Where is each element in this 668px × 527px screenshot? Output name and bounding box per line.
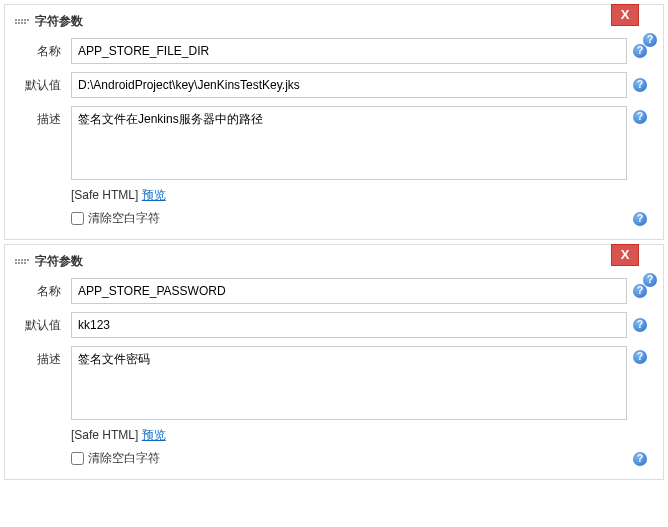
- help-icon[interactable]: ?: [633, 350, 647, 364]
- trim-label: 清除空白字符: [88, 450, 160, 467]
- trim-checkbox[interactable]: [71, 452, 84, 465]
- preview-link[interactable]: 预览: [142, 188, 166, 202]
- description-row: 描述 [Safe HTML] 预览 清除空白字符 ? ?: [15, 346, 653, 467]
- help-icon[interactable]: ?: [633, 284, 647, 298]
- help-icon[interactable]: ?: [633, 212, 647, 226]
- safe-html-row: [Safe HTML] 预览: [71, 427, 627, 444]
- name-label: 名称: [15, 38, 71, 60]
- default-label: 默认值: [15, 312, 71, 334]
- description-label: 描述: [15, 346, 71, 368]
- description-label: 描述: [15, 106, 71, 128]
- help-icon[interactable]: ?: [633, 110, 647, 124]
- name-row: 名称 ?: [15, 278, 653, 304]
- string-parameter-block: X ? 字符参数 名称 ? 默认值 ? 描述 [Safe HTML] 预览 清除…: [4, 244, 664, 480]
- block-header: 字符参数: [15, 253, 653, 270]
- default-value-input[interactable]: [71, 72, 627, 98]
- section-title: 字符参数: [35, 253, 83, 270]
- description-textarea[interactable]: [71, 346, 627, 420]
- section-title: 字符参数: [35, 13, 83, 30]
- default-value-input[interactable]: [71, 312, 627, 338]
- default-row: 默认值 ?: [15, 312, 653, 338]
- help-icon[interactable]: ?: [633, 78, 647, 92]
- safe-html-label: [Safe HTML]: [71, 428, 138, 442]
- safe-html-row: [Safe HTML] 预览: [71, 187, 627, 204]
- drag-handle-icon[interactable]: [15, 255, 29, 269]
- trim-row: 清除空白字符: [71, 210, 627, 227]
- trim-row: 清除空白字符: [71, 450, 627, 467]
- string-parameter-block: X ? 字符参数 名称 ? 默认值 ? 描述 [Safe HTML] 预览 清除…: [4, 4, 664, 240]
- name-row: 名称 ?: [15, 38, 653, 64]
- name-input[interactable]: [71, 38, 627, 64]
- name-input[interactable]: [71, 278, 627, 304]
- preview-link[interactable]: 预览: [142, 428, 166, 442]
- trim-label: 清除空白字符: [88, 210, 160, 227]
- help-icon[interactable]: ?: [633, 44, 647, 58]
- trim-checkbox[interactable]: [71, 212, 84, 225]
- drag-handle-icon[interactable]: [15, 15, 29, 29]
- delete-parameter-button[interactable]: X: [611, 244, 639, 266]
- delete-parameter-button[interactable]: X: [611, 4, 639, 26]
- block-header: 字符参数: [15, 13, 653, 30]
- description-row: 描述 [Safe HTML] 预览 清除空白字符 ? ?: [15, 106, 653, 227]
- default-label: 默认值: [15, 72, 71, 94]
- description-textarea[interactable]: [71, 106, 627, 180]
- help-icon[interactable]: ?: [633, 318, 647, 332]
- default-row: 默认值 ?: [15, 72, 653, 98]
- safe-html-label: [Safe HTML]: [71, 188, 138, 202]
- help-icon[interactable]: ?: [633, 452, 647, 466]
- name-label: 名称: [15, 278, 71, 300]
